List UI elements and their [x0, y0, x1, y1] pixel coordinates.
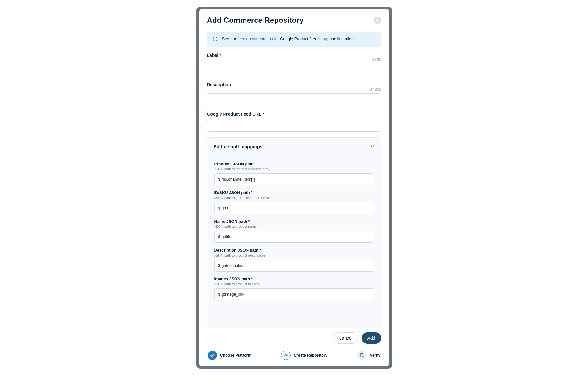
label-field-counter: 0 / 50 [207, 58, 381, 62]
mappings-title: Edit default mappings [214, 144, 263, 149]
description-input[interactable] [207, 93, 381, 105]
label-input[interactable] [207, 64, 381, 76]
feed-documentation-link[interactable]: feed documentation [237, 37, 273, 41]
info-text: See our feed documentation for Google Pr… [222, 37, 356, 41]
feed-url-input[interactable] [207, 120, 381, 132]
description-field-counter: 0 / 250 [207, 87, 381, 92]
idsku-path-label: ID/SKU JSON path * [214, 190, 374, 195]
description-path-label: Description JSON path * [214, 248, 374, 252]
mappings-panel: Edit default mappings Products JSON path… [207, 137, 381, 328]
step-create-repository: Create Repository [281, 351, 327, 360]
feed-url-field-label: Google Product Feed URL * [207, 112, 381, 117]
feed-url-field-group: Google Product Feed URL * [207, 112, 381, 132]
add-button[interactable]: Add [362, 332, 381, 344]
step2-label: Create Repository [294, 353, 327, 358]
description-field-label: Description [207, 82, 381, 87]
step3-label: Verify [370, 353, 380, 358]
stepper-connector-2 [331, 355, 354, 356]
info-banner: See our feed documentation for Google Pr… [207, 32, 381, 47]
step-verify: Verify [357, 351, 380, 360]
products-path-hint: JSON path to the root products array [214, 167, 374, 171]
idsku-path-hint: JSON path to products source id/sku [214, 196, 374, 200]
info-icon [213, 37, 218, 42]
check-icon [210, 353, 215, 358]
step-choose-platform: Choose Platform [208, 351, 251, 360]
stepper-connector-1 [255, 355, 278, 356]
cancel-button[interactable]: Cancel [333, 332, 358, 344]
chevron-down-icon [370, 144, 375, 149]
name-path-input[interactable] [214, 231, 374, 243]
stepper: Choose Platform Create Repository [207, 351, 381, 360]
description-path-hint: JSON path to product description [214, 253, 374, 257]
images-path-hint: JSON path to product images [214, 282, 374, 286]
step-pending-indicator [357, 351, 367, 360]
idsku-path-input[interactable] [214, 202, 374, 214]
info-prefix: See our [222, 37, 237, 41]
modal-title: Add Commerce Repository [207, 16, 304, 25]
modal-header: Add Commerce Repository [207, 16, 381, 25]
svg-point-4 [215, 38, 215, 38]
footer-actions: Cancel Add [207, 332, 381, 344]
step1-label: Choose Platform [220, 353, 251, 358]
close-button[interactable] [374, 17, 381, 24]
mappings-toggle[interactable]: Edit default mappings [212, 144, 376, 149]
verify-icon [359, 353, 364, 358]
images-path-field: Images JSON path * JSON path to product … [212, 277, 376, 300]
idsku-path-field: ID/SKU JSON path * JSON path to products… [212, 190, 376, 214]
step-current-indicator [281, 351, 291, 360]
step-done-indicator [208, 351, 217, 360]
close-icon [376, 18, 379, 22]
images-path-input[interactable] [214, 288, 374, 300]
products-path-field: Products JSON path JSON path to the root… [212, 162, 376, 185]
description-path-input[interactable] [214, 260, 374, 272]
svg-point-5 [285, 354, 286, 356]
add-commerce-repo-modal: Add Commerce Repository See our feed doc… [199, 9, 389, 366]
info-suffix: for Google Product feed setup and limita… [273, 37, 356, 41]
name-path-field: Name JSON path * JSON path to product na… [212, 219, 376, 243]
modal-backdrop: Add Commerce Repository See our feed doc… [196, 7, 392, 369]
products-path-label: Products JSON path [214, 162, 374, 166]
description-path-field: Description JSON path * JSON path to pro… [212, 248, 376, 272]
name-path-hint: JSON path to product name [214, 225, 374, 228]
images-path-label: Images JSON path * [214, 277, 374, 281]
name-path-label: Name JSON path * [214, 219, 374, 224]
gear-icon [283, 352, 289, 358]
label-field-group: Label * 0 / 50 [207, 53, 381, 76]
label-field-label: Label * [207, 53, 381, 58]
products-path-input[interactable] [214, 173, 374, 185]
description-field-group: Description 0 / 250 [207, 82, 381, 105]
